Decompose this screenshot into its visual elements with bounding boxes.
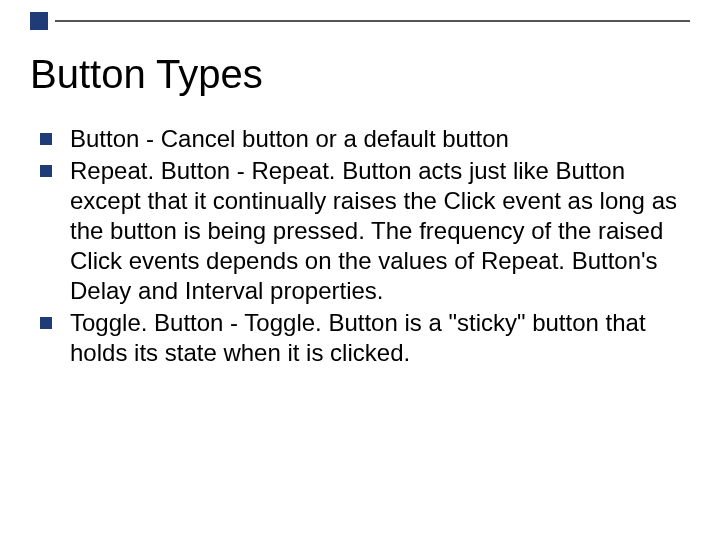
bullet-text: Toggle. Button - Toggle. Button is a "st… bbox=[70, 308, 690, 368]
square-bullet-icon bbox=[40, 133, 52, 145]
list-item: Repeat. Button - Repeat. Button acts jus… bbox=[40, 156, 690, 306]
slide-title: Button Types bbox=[30, 52, 690, 96]
square-bullet-icon bbox=[40, 165, 52, 177]
bullet-list: Button - Cancel button or a default butt… bbox=[30, 124, 690, 368]
list-item: Toggle. Button - Toggle. Button is a "st… bbox=[40, 308, 690, 368]
accent-rule bbox=[55, 20, 690, 22]
list-item: Button - Cancel button or a default butt… bbox=[40, 124, 690, 154]
square-bullet-icon bbox=[40, 317, 52, 329]
bullet-text: Repeat. Button - Repeat. Button acts jus… bbox=[70, 156, 690, 306]
slide: Button Types Button - Cancel button or a… bbox=[0, 0, 720, 540]
bullet-text: Button - Cancel button or a default butt… bbox=[70, 124, 509, 154]
accent-square-icon bbox=[30, 12, 48, 30]
